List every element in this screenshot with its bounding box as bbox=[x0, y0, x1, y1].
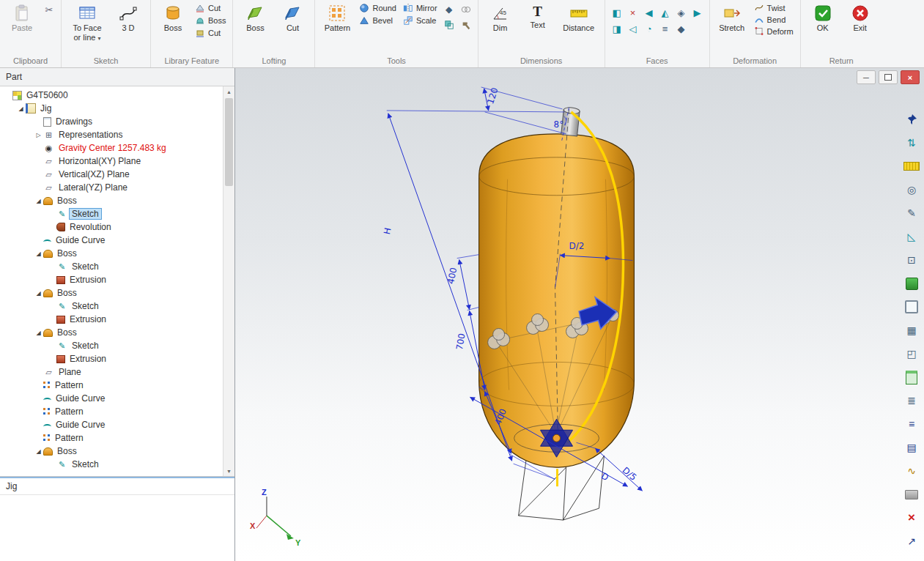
tree-item[interactable]: Extrusion bbox=[0, 273, 234, 286]
delete-face-icon[interactable]: × bbox=[626, 5, 640, 20]
flip-face-icon[interactable]: ◧ bbox=[610, 5, 624, 20]
scrollbar-down-icon[interactable]: ▼ bbox=[223, 466, 234, 476]
split-diamond-icon[interactable]: ◆ bbox=[442, 2, 457, 17]
wireframe-view-icon[interactable] bbox=[903, 298, 920, 316]
layers-blue-icon[interactable]: ≡ bbox=[903, 415, 920, 433]
tree-item[interactable]: ◢ Boss bbox=[0, 445, 234, 458]
minimize-button[interactable]: ─ bbox=[857, 70, 876, 84]
tree-item[interactable]: Guide Curve bbox=[0, 234, 234, 247]
tree-scrollbar[interactable]: ▲ ▼ bbox=[223, 86, 234, 476]
tree-item[interactable]: ◢ Boss bbox=[0, 247, 234, 260]
text-button[interactable]: T Text bbox=[520, 2, 555, 31]
layers-icon[interactable]: ≣ bbox=[903, 392, 920, 409]
orientation-icon[interactable]: ⇅ bbox=[903, 134, 920, 152]
expander-icon[interactable]: ◢ bbox=[34, 198, 43, 204]
boolean-icon[interactable] bbox=[442, 18, 457, 32]
ruler-icon[interactable] bbox=[903, 157, 920, 175]
hammer-icon[interactable] bbox=[459, 18, 473, 32]
section-plane-icon[interactable]: ◺ bbox=[903, 228, 920, 245]
tree-item[interactable]: Pattern bbox=[0, 405, 234, 418]
pattern-button[interactable]: Pattern bbox=[319, 2, 355, 34]
3d-viewport[interactable]: ─ × bbox=[235, 68, 924, 561]
expander-icon[interactable]: ◢ bbox=[34, 250, 43, 257]
expander-icon[interactable]: ◢ bbox=[34, 290, 43, 297]
tree-item[interactable]: Drawings bbox=[0, 115, 234, 128]
replace-face-icon[interactable]: ◨ bbox=[610, 21, 624, 36]
match-face-icon[interactable]: ≡ bbox=[658, 21, 673, 36]
pin-icon[interactable] bbox=[903, 111, 920, 128]
distance-button[interactable]: Distance bbox=[558, 2, 600, 34]
stretch-button[interactable]: Stretch bbox=[714, 2, 750, 34]
storage-icon[interactable] bbox=[903, 486, 920, 503]
shaded-view-icon[interactable] bbox=[903, 275, 920, 292]
tree-item[interactable]: Pattern bbox=[0, 379, 234, 392]
sketch-3d-button[interactable]: 3 D bbox=[111, 2, 146, 34]
tree-item[interactable]: ◢ Boss bbox=[0, 194, 234, 207]
expander-icon[interactable]: ◢ bbox=[16, 105, 26, 112]
loft-boss-button[interactable]: Boss bbox=[237, 2, 273, 34]
expander-icon[interactable]: ◢ bbox=[34, 448, 43, 455]
library-boss-small-button[interactable]: Boss bbox=[193, 15, 228, 26]
restore-button[interactable] bbox=[879, 70, 898, 84]
scrollbar-up-icon[interactable]: ▲ bbox=[223, 86, 234, 97]
tree-item[interactable]: Vertical(XZ) Plane bbox=[0, 168, 234, 181]
tree-item[interactable]: Sketch bbox=[0, 260, 234, 273]
snap-circle-icon[interactable]: ◎ bbox=[903, 181, 920, 198]
exit-button[interactable]: Exit bbox=[843, 2, 878, 34]
iso-view-icon[interactable]: ◰ bbox=[903, 345, 920, 363]
tree-item[interactable]: ◢ Jig bbox=[0, 102, 234, 115]
tree-item[interactable]: ◢ Boss bbox=[0, 286, 234, 300]
link-icon[interactable] bbox=[459, 2, 473, 17]
model-scene[interactable]: 120 8° H D/2 400 700 400 D D/5 Z X bbox=[235, 68, 924, 561]
tree-item[interactable]: Guide Curve bbox=[0, 418, 234, 431]
ok-button[interactable]: OK bbox=[805, 2, 840, 34]
tree-item[interactable]: Sketch bbox=[0, 339, 234, 352]
top-nozzle[interactable] bbox=[561, 107, 580, 136]
tree-item[interactable]: Sketch bbox=[0, 458, 234, 471]
offset-face-icon[interactable]: ◈ bbox=[674, 5, 689, 20]
paste-button[interactable]: Paste bbox=[4, 2, 40, 34]
bevel-button[interactable]: Bevel bbox=[357, 15, 398, 26]
move-face-left-icon[interactable]: ◀ bbox=[642, 5, 657, 20]
zoom-frame-icon[interactable]: ⊡ bbox=[903, 251, 920, 269]
expander-icon[interactable]: ◢ bbox=[34, 330, 43, 336]
tree-item[interactable]: Revolution bbox=[0, 220, 234, 234]
tree-item[interactable]: Extrusion bbox=[0, 313, 234, 326]
twist-button[interactable]: Twist bbox=[752, 2, 796, 13]
tree-item[interactable]: ◢ Boss bbox=[0, 326, 234, 339]
tree-item[interactable]: Lateral(YZ) Plane bbox=[0, 181, 234, 194]
pull-face-icon[interactable]: ◁ bbox=[626, 21, 640, 36]
tree-item[interactable]: Gravity Center 1257.483 kg bbox=[0, 141, 234, 155]
spline-icon[interactable]: ∿ bbox=[903, 462, 920, 480]
tree-item[interactable]: Plane bbox=[0, 365, 234, 379]
round-face-icon[interactable]: ◔ bbox=[642, 21, 657, 36]
tree-item[interactable]: Horizontal(XY) Plane bbox=[0, 155, 234, 168]
tree-item[interactable]: G4T50600 bbox=[0, 89, 234, 102]
bend-button[interactable]: Bend bbox=[752, 14, 796, 25]
grid-view-icon[interactable]: ▦ bbox=[903, 322, 920, 339]
cut-scissors-icon[interactable]: ✂ bbox=[42, 2, 56, 17]
library-cut-button[interactable]: Cut bbox=[193, 2, 228, 14]
expander-icon[interactable]: ▷ bbox=[34, 132, 43, 138]
configuration-root-label[interactable]: Jig bbox=[0, 478, 234, 495]
scrollbar-thumb[interactable] bbox=[225, 98, 233, 186]
to-face-or-line-button[interactable]: To Face or line ▾ bbox=[66, 2, 108, 44]
dim-button[interactable]: 45 Dim bbox=[483, 2, 518, 34]
merge-face-icon[interactable]: ◆ bbox=[674, 21, 689, 36]
loft-cut-button[interactable]: Cut bbox=[275, 2, 310, 34]
move-face-right-icon[interactable]: ▶ bbox=[690, 5, 705, 20]
delete-icon[interactable]: × bbox=[903, 509, 920, 527]
close-button[interactable]: × bbox=[901, 70, 920, 84]
copy-view-icon[interactable]: ▤ bbox=[903, 439, 920, 456]
tree-item[interactable]: Extrusion bbox=[0, 352, 234, 365]
tree-item[interactable]: Sketch bbox=[0, 300, 234, 313]
round-button[interactable]: Round bbox=[357, 2, 398, 14]
library-cut2-button[interactable]: Cut bbox=[193, 27, 228, 39]
export-view-icon[interactable]: ↗ bbox=[903, 532, 920, 550]
scale-button[interactable]: Scale bbox=[401, 15, 440, 26]
tree-item[interactable]: ▷ Representations bbox=[0, 128, 234, 141]
mirror-button[interactable]: Mirror bbox=[401, 2, 440, 14]
library-boss-button[interactable]: Boss bbox=[155, 2, 191, 34]
deform-button[interactable]: Deform bbox=[752, 26, 796, 37]
tree-item[interactable]: Pattern bbox=[0, 431, 234, 445]
